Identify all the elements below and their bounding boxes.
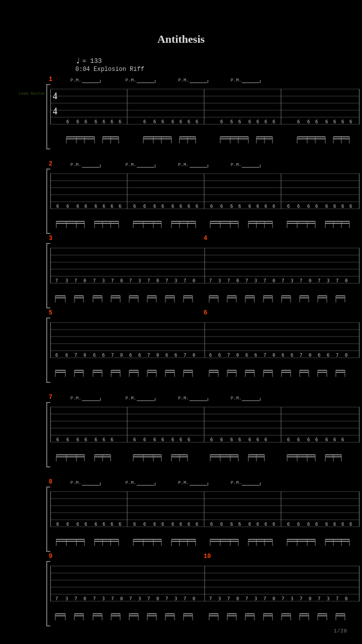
svg-text:6: 6 xyxy=(171,522,174,527)
svg-text:6: 6 xyxy=(315,437,318,442)
svg-text:7: 7 xyxy=(227,353,230,358)
measure-number-5: 5 xyxy=(49,309,52,316)
svg-text:6: 6 xyxy=(66,437,69,442)
svg-text:6: 6 xyxy=(161,204,164,209)
svg-text:7: 7 xyxy=(147,278,150,283)
svg-text:6: 6 xyxy=(55,353,58,358)
svg-text:6: 6 xyxy=(153,437,156,442)
svg-text:6: 6 xyxy=(218,353,221,358)
svg-text:7: 7 xyxy=(263,278,266,283)
svg-text:6: 6 xyxy=(297,522,300,527)
svg-text:7: 7 xyxy=(74,353,77,358)
svg-text:6: 6 xyxy=(179,437,182,442)
svg-text:3: 3 xyxy=(291,278,293,283)
staff-svg-2: 6 6 6 6 6 6 6 6 6 6 6 6 6 6 6 6 6 6 6 6 xyxy=(50,169,359,219)
svg-text:6: 6 xyxy=(171,437,174,442)
rhythm-svg-7 xyxy=(50,611,359,626)
svg-text:6: 6 xyxy=(143,119,146,124)
svg-text:6: 6 xyxy=(291,353,293,358)
measure-number-1: 1 xyxy=(49,76,52,83)
svg-text:6: 6 xyxy=(264,119,267,124)
svg-text:6: 6 xyxy=(95,204,97,209)
staff-svg-5: 6 6 6 6 6 6 6 6 6 6 6 6 6 6 6 6 6 6 6 6 xyxy=(50,402,359,452)
staff-svg-7: 7 3 7 0 7 3 7 0 7 3 7 0 7 3 7 0 7 3 7 0 xyxy=(50,561,359,611)
tab-section-4: 5 6 6 6 7 0 6 6 7 0 xyxy=(15,317,347,383)
svg-text:6: 6 xyxy=(76,204,79,209)
svg-text:7: 7 xyxy=(318,278,320,283)
svg-text:6: 6 xyxy=(230,437,233,442)
svg-text:6: 6 xyxy=(174,353,177,358)
staff-label: Lead Guitar xyxy=(15,91,45,96)
svg-text:6: 6 xyxy=(56,204,59,209)
svg-text:6: 6 xyxy=(349,522,352,527)
note-symbol: ♩ xyxy=(75,56,80,66)
svg-text:7: 7 xyxy=(93,596,96,601)
tempo-marking: ♩ = 133 xyxy=(75,56,347,66)
tab-section-2: P.M. P.M. P.M. P.M. 2 6 6 xyxy=(15,158,347,234)
svg-text:6: 6 xyxy=(119,119,121,124)
svg-text:4: 4 xyxy=(53,91,57,101)
svg-text:7: 7 xyxy=(209,278,212,283)
page-number: 1/28 xyxy=(334,628,347,634)
svg-text:0: 0 xyxy=(83,353,86,358)
svg-text:6: 6 xyxy=(297,119,300,124)
svg-text:7: 7 xyxy=(184,596,186,601)
svg-text:7: 7 xyxy=(227,596,230,601)
svg-text:7: 7 xyxy=(245,278,248,283)
svg-text:6: 6 xyxy=(143,522,146,527)
svg-text:0: 0 xyxy=(236,278,239,283)
svg-text:6: 6 xyxy=(287,437,290,442)
svg-text:3: 3 xyxy=(327,278,329,283)
svg-text:6: 6 xyxy=(325,437,328,442)
svg-text:6: 6 xyxy=(273,119,275,124)
svg-text:6: 6 xyxy=(133,522,136,527)
svg-text:7: 7 xyxy=(245,596,248,601)
svg-text:0: 0 xyxy=(83,278,86,283)
svg-text:7: 7 xyxy=(55,278,58,283)
svg-text:6: 6 xyxy=(254,353,257,358)
measure-number-3: 3 xyxy=(49,235,52,242)
svg-text:7: 7 xyxy=(184,278,186,283)
measure-number-10: 10 xyxy=(204,553,211,560)
svg-text:7: 7 xyxy=(263,596,266,601)
svg-text:0: 0 xyxy=(193,278,195,283)
svg-text:6: 6 xyxy=(133,204,136,209)
svg-text:6: 6 xyxy=(230,522,233,527)
svg-text:3: 3 xyxy=(65,596,68,601)
svg-text:6: 6 xyxy=(264,204,267,209)
svg-text:6: 6 xyxy=(325,119,328,124)
section-label: 0:04 Explosion Riff xyxy=(75,66,347,73)
svg-text:6: 6 xyxy=(248,437,251,442)
svg-text:6: 6 xyxy=(188,204,190,209)
measure-number-8: 8 xyxy=(49,478,52,486)
svg-text:6: 6 xyxy=(220,119,223,124)
svg-text:7: 7 xyxy=(55,596,58,601)
svg-text:6: 6 xyxy=(297,204,300,209)
measure-number-7: 7 xyxy=(49,394,52,401)
svg-text:6: 6 xyxy=(111,437,113,442)
svg-text:6: 6 xyxy=(161,522,164,527)
svg-text:6: 6 xyxy=(333,437,336,442)
svg-text:6: 6 xyxy=(349,119,352,124)
svg-text:6: 6 xyxy=(188,522,190,527)
svg-text:6: 6 xyxy=(220,204,223,209)
svg-text:6: 6 xyxy=(84,204,87,209)
svg-text:7: 7 xyxy=(147,596,150,601)
svg-text:6: 6 xyxy=(165,353,168,358)
rhythm-svg-4 xyxy=(50,368,359,383)
svg-text:7: 7 xyxy=(282,596,284,601)
svg-text:0: 0 xyxy=(273,596,275,601)
svg-text:7: 7 xyxy=(336,596,338,601)
svg-text:4: 4 xyxy=(53,106,57,116)
svg-text:6: 6 xyxy=(138,353,141,358)
svg-text:7: 7 xyxy=(129,596,132,601)
tempo-value: = 133 xyxy=(82,57,102,65)
svg-text:6: 6 xyxy=(210,204,213,209)
svg-text:6: 6 xyxy=(102,353,105,358)
svg-text:6: 6 xyxy=(129,353,132,358)
svg-text:6: 6 xyxy=(333,119,336,124)
rhythm-svg-3 xyxy=(50,293,359,308)
svg-text:6: 6 xyxy=(188,437,190,442)
svg-text:6: 6 xyxy=(341,204,344,209)
svg-text:6: 6 xyxy=(103,119,105,124)
